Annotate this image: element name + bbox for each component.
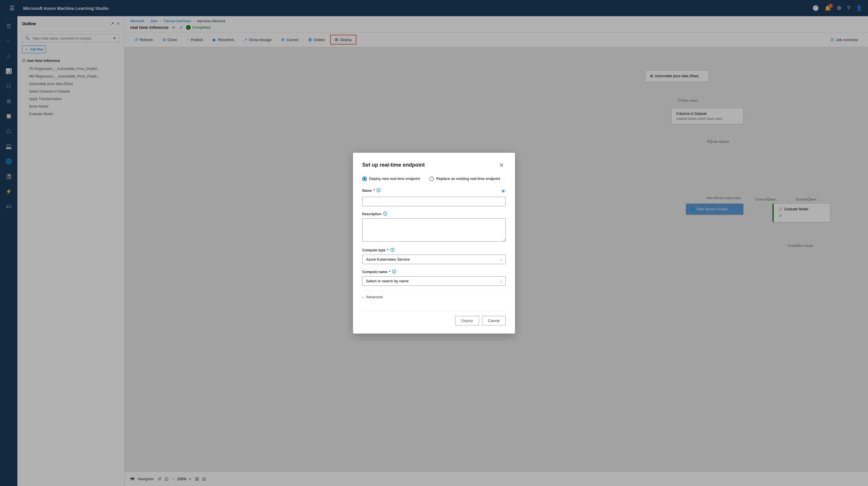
modal-backdrop[interactable]: Set up real-time endpoint ✕ Deploy new r… [0,0,868,486]
name-input[interactable] [362,197,506,206]
radio-replace-existing[interactable]: Replace an existing real-time endpoint [429,176,500,181]
eye-icon[interactable]: 👁 [501,189,506,194]
modal-dialog: Set up real-time endpoint ✕ Deploy new r… [353,153,515,333]
radio-new-label: Deploy new real-time endpoint [369,176,420,181]
name-required-marker: * [374,189,375,193]
radio-new-circle [362,176,367,181]
compute-name-field: Compute name * ⓘ Select or search by nam… [362,269,506,286]
radio-existing-label: Replace an existing real-time endpoint [436,176,500,181]
compute-type-field: Compute type * ⓘ Azure Kubernetes Servic… [362,248,506,264]
radio-deploy-new[interactable]: Deploy new real-time endpoint [362,176,420,181]
compute-name-select[interactable]: Select or search by name [362,276,506,286]
name-label-row: Name * ⓘ 👁 [362,188,506,195]
modal-cancel-button[interactable]: Cancel [482,316,506,325]
description-label-text: Description [362,212,381,216]
description-field: Description ⓘ [362,212,506,242]
name-label: Name * ⓘ [362,188,380,193]
name-label-text: Name [362,189,372,193]
modal-close-button[interactable]: ✕ [497,161,506,169]
compute-type-required: * [387,248,389,252]
modal-header: Set up real-time endpoint ✕ [362,161,506,169]
compute-name-label-text: Compute name [362,270,388,274]
name-field: Name * ⓘ 👁 [362,188,506,206]
modal-deploy-button[interactable]: Deploy [455,316,479,325]
modal-footer: Deploy Cancel [362,311,506,325]
description-label: Description ⓘ [362,212,506,217]
compute-type-label-text: Compute type [362,248,385,252]
advanced-chevron-right-icon: › [362,295,364,299]
modal-title: Set up real-time endpoint [362,162,425,168]
advanced-label: Advanced [366,295,383,299]
radio-row: Deploy new real-time endpoint Replace an… [362,176,506,181]
radio-existing-circle [429,176,434,181]
compute-name-label: Compute name * ⓘ [362,269,506,274]
compute-name-select-wrapper: Select or search by name ⌄ [362,276,506,286]
compute-type-select[interactable]: Azure Kubernetes Service Azure Container… [362,255,506,264]
compute-name-required: * [389,270,391,274]
compute-type-info-icon[interactable]: ⓘ [390,248,394,253]
compute-type-select-wrapper: Azure Kubernetes Service Azure Container… [362,255,506,264]
compute-type-label: Compute type * ⓘ [362,248,506,253]
compute-name-info-icon[interactable]: ⓘ [392,269,396,274]
advanced-section[interactable]: › Advanced [362,291,506,303]
description-textarea[interactable] [362,218,506,241]
name-info-icon[interactable]: ⓘ [376,188,380,193]
description-info-icon[interactable]: ⓘ [383,212,387,217]
